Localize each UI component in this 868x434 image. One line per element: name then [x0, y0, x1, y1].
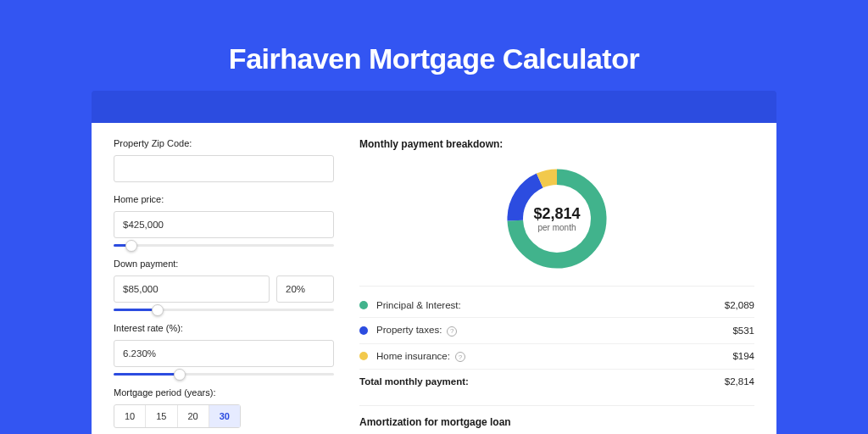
donut-chart: $2,814 per month — [502, 164, 612, 274]
row-taxes: Property taxes:? $531 — [359, 318, 754, 344]
row-value: $2,089 — [725, 300, 754, 310]
header-bar — [92, 91, 776, 123]
row-insurance: Home insurance:? $194 — [359, 344, 754, 370]
donut-label: per month — [537, 223, 576, 232]
down-pct-input[interactable] — [276, 275, 334, 303]
dot-icon — [359, 352, 368, 360]
dot-icon — [359, 301, 368, 309]
form-panel: Property Zip Code: Home price: Down paym… — [114, 138, 334, 434]
donut-value: $2,814 — [533, 205, 580, 223]
period-options: 10 15 20 30 — [114, 404, 241, 428]
info-icon[interactable]: ? — [447, 326, 457, 337]
down-amount-input[interactable] — [114, 275, 270, 303]
row-total: Total monthly payment: $2,814 — [359, 370, 754, 393]
amortization-section: Amortization for mortgage loan Amortizat… — [359, 405, 754, 434]
info-icon[interactable]: ? — [455, 352, 465, 362]
rate-input[interactable] — [114, 340, 334, 367]
calculator-card: Property Zip Code: Home price: Down paym… — [92, 123, 776, 434]
zip-input[interactable] — [114, 155, 334, 182]
row-value: $194 — [732, 351, 754, 361]
row-name: Principal & Interest: — [376, 300, 725, 310]
price-label: Home price: — [114, 194, 334, 204]
zip-label: Property Zip Code: — [114, 138, 334, 148]
row-principal: Principal & Interest: $2,089 — [359, 293, 754, 318]
dot-icon — [359, 326, 368, 335]
row-value: $531 — [732, 326, 754, 336]
period-option-10[interactable]: 10 — [114, 405, 146, 427]
down-slider[interactable] — [114, 309, 334, 311]
row-value: $2,814 — [725, 376, 754, 387]
rate-label: Interest rate (%): — [114, 323, 334, 333]
period-option-30[interactable]: 30 — [209, 405, 240, 427]
down-label: Down payment: — [114, 259, 334, 269]
row-name: Property taxes:? — [376, 325, 732, 337]
row-name: Total monthly payment: — [359, 376, 725, 387]
amortization-title: Amortization for mortgage loan — [359, 416, 754, 428]
period-label: Mortgage period (years): — [114, 387, 334, 398]
results-panel: Monthly payment breakdown: $2,814 per mo… — [359, 138, 754, 434]
breakdown-title: Monthly payment breakdown: — [359, 138, 754, 150]
price-input[interactable] — [114, 211, 334, 238]
rate-slider[interactable] — [114, 373, 334, 376]
period-option-15[interactable]: 15 — [146, 405, 177, 427]
breakdown-table: Principal & Interest: $2,089 Property ta… — [359, 286, 754, 393]
price-slider[interactable] — [114, 244, 334, 247]
row-name: Home insurance:? — [376, 351, 732, 363]
period-option-20[interactable]: 20 — [178, 405, 209, 427]
page-title: Fairhaven Mortgage Calculator — [92, 42, 776, 75]
